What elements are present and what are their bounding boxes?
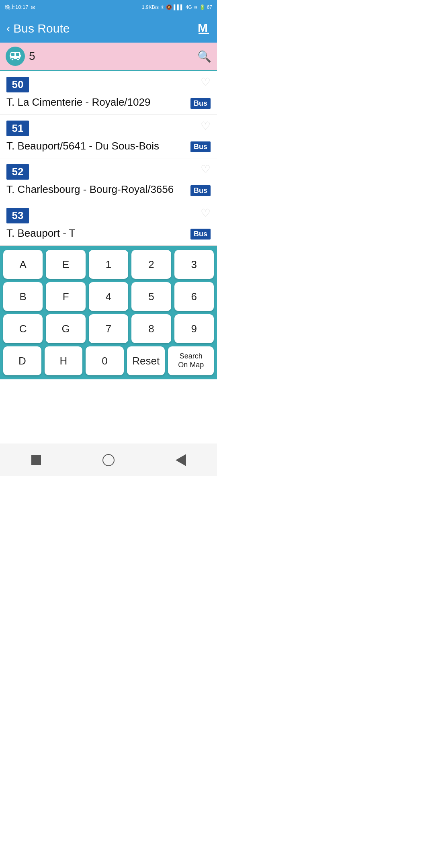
nav-back-button[interactable] <box>169 448 193 472</box>
route-name-row: T. Beauport/5641 - Du Sous-Bois Bus <box>6 139 211 153</box>
key-5[interactable]: 5 <box>131 282 171 311</box>
key-H[interactable]: H <box>45 346 83 375</box>
status-right: 1.9KB/s ✳ 🔕 ▌▌▌ 4G ≋ 🔋 67 <box>142 4 212 10</box>
key-7[interactable]: 7 <box>89 314 128 343</box>
network-icon: 4G <box>186 4 192 10</box>
svg-text:M: M <box>198 21 208 34</box>
square-icon <box>31 455 41 465</box>
route-number: 52 <box>6 164 29 180</box>
route-name: T. Beauport - T <box>6 227 187 240</box>
keyboard: A E 1 2 3 B F 4 5 6 C G 7 8 9 D H 0 Rese… <box>0 246 217 379</box>
bus-badge: Bus <box>190 185 211 196</box>
bus-icon <box>6 47 25 66</box>
key-F[interactable]: F <box>46 282 85 311</box>
key-9[interactable]: 9 <box>174 314 214 343</box>
key-4[interactable]: 4 <box>89 282 128 311</box>
route-name: T. Charlesbourg - Bourg-Royal/3656 <box>6 183 187 196</box>
key-D[interactable]: D <box>3 346 41 375</box>
route-header: 50 ♡ <box>6 77 211 92</box>
battery-icon: 🔋 <box>199 4 205 10</box>
search-input-wrapper[interactable]: 5 🔍 <box>29 50 211 63</box>
favorite-icon[interactable]: ♡ <box>201 164 211 175</box>
list-item[interactable]: 51 ♡ T. Beauport/5641 - Du Sous-Bois Bus <box>0 115 217 159</box>
bluetooth-icon: ✳ <box>160 4 164 10</box>
signal-icon: ▌▌▌ <box>174 4 184 10</box>
bus-badge: Bus <box>190 141 211 152</box>
key-1[interactable]: 1 <box>89 250 128 279</box>
key-3[interactable]: 3 <box>174 250 214 279</box>
back-button[interactable]: ‹ <box>6 22 10 35</box>
route-number: 50 <box>6 77 29 92</box>
search-on-map-button[interactable]: SearchOn Map <box>168 346 214 375</box>
key-8[interactable]: 8 <box>131 314 171 343</box>
key-C[interactable]: C <box>3 314 43 343</box>
route-header: 52 ♡ <box>6 164 211 180</box>
circle-icon <box>102 454 115 466</box>
status-left: 晚上10:17 ✉ <box>5 4 35 11</box>
route-name: T. La Cimenterie - Royale/1029 <box>6 96 187 109</box>
favorite-icon[interactable]: ♡ <box>201 208 211 219</box>
keyboard-row-1: A E 1 2 3 <box>3 250 214 279</box>
key-A[interactable]: A <box>3 250 43 279</box>
key-0[interactable]: 0 <box>86 346 124 375</box>
route-number: 51 <box>6 121 29 136</box>
svg-rect-4 <box>11 53 14 56</box>
triangle-icon <box>176 454 186 466</box>
key-B[interactable]: B <box>3 282 43 311</box>
svg-point-8 <box>17 58 19 61</box>
search-value[interactable]: 5 <box>29 50 35 63</box>
status-bar: 晚上10:17 ✉ 1.9KB/s ✳ 🔕 ▌▌▌ 4G ≋ 🔋 67 <box>0 0 217 14</box>
route-header: 53 ♡ <box>6 208 211 223</box>
route-name-row: T. Charlesbourg - Bourg-Royal/3656 Bus <box>6 183 211 196</box>
bus-badge: Bus <box>190 229 211 240</box>
app-bar-left: ‹ Bus Route <box>6 22 70 35</box>
bottom-space <box>0 379 217 444</box>
route-name-row: T. Beauport - T Bus <box>6 227 211 240</box>
search-icon[interactable]: 🔍 <box>197 50 211 63</box>
app-bar: ‹ Bus Route M <box>0 14 217 43</box>
menu-icon[interactable]: M <box>197 20 211 37</box>
svg-point-7 <box>11 58 14 61</box>
key-E[interactable]: E <box>46 250 85 279</box>
keyboard-row-3: C G 7 8 9 <box>3 314 214 343</box>
nav-square-button[interactable] <box>24 448 48 472</box>
key-reset[interactable]: Reset <box>127 346 165 375</box>
list-item[interactable]: 52 ♡ T. Charlesbourg - Bourg-Royal/3656 … <box>0 158 217 202</box>
key-6[interactable]: 6 <box>174 282 214 311</box>
keyboard-row-2: B F 4 5 6 <box>3 282 214 311</box>
nav-home-button[interactable] <box>96 448 121 472</box>
route-name-row: T. La Cimenterie - Royale/1029 Bus <box>6 96 211 109</box>
favorite-icon[interactable]: ♡ <box>201 77 211 88</box>
key-2[interactable]: 2 <box>131 250 171 279</box>
bottom-nav <box>0 444 217 476</box>
svg-rect-9 <box>10 55 10 57</box>
mute-icon: 🔕 <box>166 4 172 10</box>
status-email-icon: ✉ <box>31 4 35 10</box>
page-title: Bus Route <box>13 22 70 35</box>
status-time: 晚上10:17 <box>5 4 29 11</box>
route-name: T. Beauport/5641 - Du Sous-Bois <box>6 139 187 153</box>
keyboard-row-4: D H 0 Reset SearchOn Map <box>3 346 214 375</box>
search-bar: 5 🔍 <box>0 43 217 71</box>
bus-badge: Bus <box>190 98 211 109</box>
wifi-icon: ≋ <box>194 4 198 10</box>
route-header: 51 ♡ <box>6 121 211 136</box>
route-list: 50 ♡ T. La Cimenterie - Royale/1029 Bus … <box>0 71 217 246</box>
svg-rect-10 <box>20 55 21 57</box>
key-G[interactable]: G <box>46 314 85 343</box>
battery-level: 67 <box>207 4 212 10</box>
list-item[interactable]: 50 ♡ T. La Cimenterie - Royale/1029 Bus <box>0 71 217 115</box>
favorite-icon[interactable]: ♡ <box>201 121 211 132</box>
list-item[interactable]: 53 ♡ T. Beauport - T Bus <box>0 202 217 246</box>
route-number: 53 <box>6 208 29 223</box>
status-speed: 1.9KB/s <box>142 4 159 10</box>
svg-rect-5 <box>16 53 19 56</box>
